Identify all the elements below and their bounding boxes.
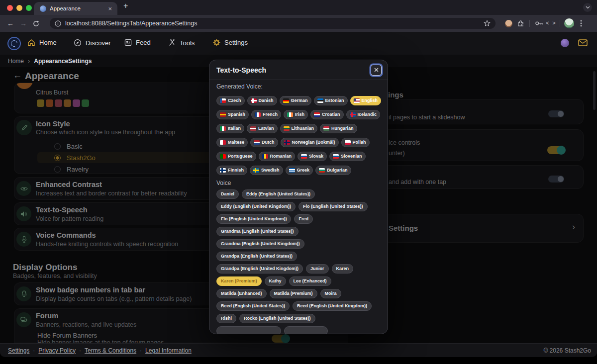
flag-icon	[350, 112, 356, 117]
voice-chip[interactable]: Daniel	[216, 189, 239, 199]
new-tab-button[interactable]: +	[123, 1, 128, 10]
browser-menu-button[interactable]	[575, 17, 587, 29]
traffic-light-close[interactable]	[7, 5, 13, 11]
forward-button[interactable]: →	[17, 19, 30, 27]
language-chip[interactable]: Hungarian	[320, 124, 357, 133]
app-nav-bar: Home Discover Feed Tools Settings	[0, 32, 597, 55]
chip-row: CzechDanishGermanEstonianEnglish	[216, 96, 381, 105]
nav-item-discover[interactable]: Discover	[74, 39, 111, 47]
nav-item-settings[interactable]: Settings	[213, 39, 248, 46]
language-chip[interactable]: Finnish	[216, 166, 247, 175]
language-chip[interactable]: Lithuanian	[280, 124, 318, 133]
flag-icon	[284, 140, 290, 145]
chip-row: SpanishFrenchIrishCroatianIcelandic	[216, 110, 381, 119]
voice-chip-list: DanielEddy (English (United States))Eddy…	[216, 189, 381, 334]
home-icon	[27, 39, 35, 46]
language-chip[interactable]: English	[350, 96, 382, 105]
extension-monkey-icon[interactable]	[502, 17, 514, 29]
language-chip[interactable]: Swedish	[250, 166, 283, 175]
flag-icon	[220, 154, 226, 159]
chip-row-clipped	[216, 326, 381, 334]
language-chip[interactable]: Italian	[216, 124, 244, 133]
language-chip[interactable]: Slovenian	[329, 152, 366, 161]
voice-chip[interactable]: Reed (English (United Kingdom))	[293, 301, 372, 311]
voice-chip[interactable]: Grandma (English (United States))	[216, 227, 298, 236]
language-chip[interactable]: Croatian	[310, 110, 344, 119]
language-chip[interactable]: Norwegian (Bokmål)	[281, 138, 339, 147]
voice-chip-clipped[interactable]	[284, 326, 328, 334]
voice-chip[interactable]: Fred	[294, 214, 313, 224]
address-bar[interactable]: localhost:8088/SettingsTab/AppearanceSet…	[50, 18, 496, 29]
flag-icon	[253, 168, 259, 173]
bookmark-star-icon[interactable]	[484, 20, 491, 27]
voice-chip[interactable]: Moira	[320, 289, 341, 298]
voice-chip[interactable]: Karen (Premium)	[216, 276, 262, 286]
nav-item-tools[interactable]: Tools	[168, 39, 195, 47]
language-chip[interactable]: Icelandic	[346, 110, 381, 119]
voice-chip[interactable]: Lee (Enhanced)	[289, 276, 331, 286]
voice-chip[interactable]: Rishi	[216, 314, 236, 323]
language-chip[interactable]: Greek	[286, 166, 313, 175]
modal-close-button[interactable]	[371, 65, 382, 76]
voice-chip-clipped[interactable]	[216, 326, 281, 334]
language-chip[interactable]: Czech	[216, 96, 245, 105]
voice-chip[interactable]: Matilda (Premium)	[270, 289, 317, 298]
voice-chip[interactable]: Kathy	[265, 276, 286, 286]
toolbar-separator	[529, 20, 530, 27]
browser-window: Appearance × + ← → localhost:8088/Settin…	[0, 0, 597, 357]
voice-chip[interactable]: Flo (English (United States))	[298, 202, 368, 211]
mail-icon[interactable]	[578, 39, 588, 46]
voice-chip[interactable]: Reed (English (United States))	[216, 301, 290, 311]
voice-chip[interactable]: Grandma (English (United Kingdom))	[216, 239, 304, 249]
voice-chip[interactable]: Matilda (Enhanced)	[216, 289, 267, 298]
footer-link[interactable]: Privacy Policy	[38, 347, 76, 354]
voice-chip[interactable]: Rocko (English (United States))	[239, 314, 315, 323]
site-info-icon[interactable]	[55, 20, 61, 27]
traffic-light-zoom[interactable]	[26, 5, 32, 11]
traffic-light-minimize[interactable]	[16, 5, 22, 11]
footer-link[interactable]: Terms & Conditions	[85, 347, 136, 354]
language-chip[interactable]: Danish	[247, 96, 277, 105]
reload-button[interactable]	[30, 17, 42, 29]
app-logo[interactable]	[7, 37, 21, 50]
tab-close-button[interactable]: ×	[106, 5, 113, 12]
language-chip[interactable]: Slovak	[298, 152, 327, 161]
profile-avatar[interactable]	[563, 17, 575, 29]
flag-icon	[323, 126, 329, 131]
language-chip[interactable]: German	[280, 96, 311, 105]
footer-link[interactable]: Legal Information	[145, 347, 192, 354]
language-chip[interactable]: French	[251, 110, 281, 119]
extensions-puzzle-button[interactable]	[514, 17, 526, 29]
password-keys-icon[interactable]	[533, 17, 545, 29]
language-chip[interactable]: Spanish	[216, 110, 249, 119]
language-chip[interactable]: Irish	[284, 110, 308, 119]
language-chip[interactable]: Maltese	[216, 138, 248, 147]
language-chip[interactable]: Estonian	[314, 96, 348, 105]
voice-chip[interactable]: Karen	[332, 264, 354, 273]
language-chip[interactable]: Dutch	[250, 138, 278, 147]
language-chip[interactable]: Bulgarian	[315, 166, 351, 175]
voice-chip[interactable]: Grandpa (English (United Kingdom))	[216, 264, 303, 273]
language-chip[interactable]: Latvian	[247, 124, 278, 133]
footer-separator: ·	[33, 347, 35, 354]
tab-search-chevron-button[interactable]	[583, 3, 592, 12]
nav-item-feed[interactable]: Feed	[124, 39, 151, 46]
flag-icon	[333, 154, 339, 159]
voice-chip[interactable]: Eddy (English (United Kingdom))	[216, 202, 296, 211]
flag-icon	[284, 126, 290, 131]
language-chip[interactable]: Romanian	[259, 152, 296, 161]
breadcrumb-home[interactable]: Home	[8, 58, 24, 65]
back-button[interactable]: ←	[4, 19, 17, 27]
voice-chip[interactable]: Junior	[306, 264, 329, 273]
browser-tab[interactable]: Appearance ×	[34, 2, 117, 15]
devtools-code-button[interactable]: < >	[545, 17, 557, 29]
nav-item-home[interactable]: Home	[27, 39, 57, 46]
language-chip[interactable]: Portuguese	[216, 152, 256, 161]
voice-chip[interactable]: Eddy (English (United States))	[242, 189, 315, 199]
user-avatar[interactable]	[561, 39, 569, 47]
language-chip[interactable]: Polish	[341, 138, 370, 147]
voice-label: Voice	[216, 180, 381, 186]
footer-link[interactable]: Settings	[8, 347, 29, 354]
voice-chip[interactable]: Grandpa (English (United States))	[216, 252, 297, 261]
voice-chip[interactable]: Flo (English (United Kingdom))	[216, 214, 291, 224]
